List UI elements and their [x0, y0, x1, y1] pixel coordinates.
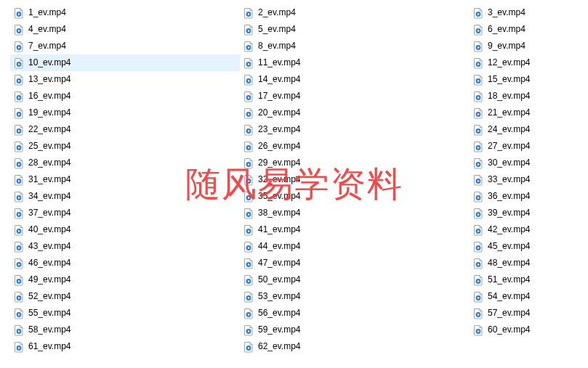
file-name-label: 60_ev.mp4	[488, 322, 530, 338]
file-name-label: 29_ev.mp4	[258, 155, 300, 171]
file-item[interactable]: 42_ev.mp4	[470, 221, 586, 238]
file-item[interactable]: 46_ev.mp4	[10, 255, 240, 271]
file-item[interactable]: 18_ev.mp4	[470, 88, 586, 105]
file-item[interactable]: 2_ev.mp4	[240, 4, 470, 21]
video-file-icon	[472, 258, 484, 269]
file-item[interactable]: 39_ev.mp4	[470, 205, 586, 221]
video-file-icon	[243, 141, 254, 152]
file-name-label: 34_ev.mp4	[28, 188, 71, 205]
file-item[interactable]: 25_ev.mp4	[10, 138, 240, 155]
file-item[interactable]: 32_ev.mp4	[240, 171, 470, 188]
video-file-icon	[472, 158, 484, 169]
file-item[interactable]: 48_ev.mp4	[470, 255, 586, 271]
file-item[interactable]: 52_ev.mp4	[10, 288, 240, 305]
video-file-icon	[243, 91, 254, 102]
file-item[interactable]: 30_ev.mp4	[470, 155, 586, 171]
file-item[interactable]: 23_ev.mp4	[240, 121, 470, 138]
file-item[interactable]: 16_ev.mp4	[10, 88, 240, 105]
file-name-label: 37_ev.mp4	[28, 205, 71, 221]
file-item[interactable]: 54_ev.mp4	[470, 288, 586, 305]
file-item[interactable]: 55_ev.mp4	[10, 305, 240, 322]
file-item[interactable]: 60_ev.mp4	[470, 322, 586, 338]
file-item[interactable]: 20_ev.mp4	[240, 105, 470, 121]
file-item[interactable]: 27_ev.mp4	[470, 138, 586, 155]
file-item[interactable]: 38_ev.mp4	[240, 205, 470, 221]
file-item[interactable]: 3_ev.mp4	[470, 4, 586, 21]
file-item[interactable]: 40_ev.mp4	[10, 221, 240, 238]
video-file-icon	[243, 241, 254, 253]
video-file-icon	[472, 324, 484, 336]
file-item[interactable]: 56_ev.mp4	[240, 305, 470, 322]
file-name-label: 23_ev.mp4	[258, 121, 300, 138]
file-name-label: 52_ev.mp4	[28, 288, 71, 305]
video-file-icon	[472, 208, 484, 219]
file-item[interactable]: 37_ev.mp4	[10, 205, 240, 221]
file-item[interactable]: 61_ev.mp4	[10, 338, 240, 355]
file-item[interactable]: 45_ev.mp4	[470, 238, 586, 255]
file-item[interactable]: 44_ev.mp4	[240, 238, 470, 255]
file-item[interactable]: 62_ev.mp4	[240, 338, 470, 355]
video-file-icon	[13, 308, 25, 319]
file-item[interactable]: 22_ev.mp4	[10, 121, 240, 138]
file-name-label: 14_ev.mp4	[258, 71, 300, 88]
file-item[interactable]: 26_ev.mp4	[240, 138, 470, 155]
file-item[interactable]: 34_ev.mp4	[10, 188, 240, 205]
video-file-icon	[243, 107, 254, 119]
file-item[interactable]: 8_ev.mp4	[240, 38, 470, 54]
file-item[interactable]: 43_ev.mp4	[10, 238, 240, 255]
file-item[interactable]: 59_ev.mp4	[240, 322, 470, 338]
file-item[interactable]: 19_ev.mp4	[10, 105, 240, 121]
video-file-icon	[13, 7, 25, 19]
file-name-label: 59_ev.mp4	[258, 322, 300, 338]
file-item[interactable]: 31_ev.mp4	[10, 171, 240, 188]
file-list-pane[interactable]: 1_ev.mp44_ev.mp47_ev.mp410_ev.mp413_ev.m…	[0, 0, 588, 368]
file-item[interactable]: 1_ev.mp4	[10, 4, 240, 21]
file-name-label: 31_ev.mp4	[28, 171, 71, 188]
file-item[interactable]: 41_ev.mp4	[240, 221, 470, 238]
file-item[interactable]: 53_ev.mp4	[240, 288, 470, 305]
video-file-icon	[13, 208, 25, 219]
file-item[interactable]: 4_ev.mp4	[10, 21, 240, 38]
file-item[interactable]: 15_ev.mp4	[470, 71, 586, 88]
file-name-label: 38_ev.mp4	[258, 205, 300, 221]
file-item[interactable]: 24_ev.mp4	[470, 121, 586, 138]
file-name-label: 26_ev.mp4	[258, 138, 300, 155]
file-item[interactable]: 21_ev.mp4	[470, 105, 586, 121]
file-item[interactable]: 10_ev.mp4	[10, 54, 240, 71]
file-item[interactable]: 12_ev.mp4	[470, 54, 586, 71]
file-item[interactable]: 11_ev.mp4	[240, 54, 470, 71]
file-item[interactable]: 9_ev.mp4	[470, 38, 586, 54]
file-name-label: 13_ev.mp4	[28, 71, 71, 88]
file-item[interactable]: 47_ev.mp4	[240, 255, 470, 271]
file-name-label: 2_ev.mp4	[258, 4, 296, 21]
file-item[interactable]: 49_ev.mp4	[10, 271, 240, 288]
file-name-label: 10_ev.mp4	[28, 54, 71, 71]
file-item[interactable]: 57_ev.mp4	[470, 305, 586, 322]
video-file-icon	[13, 124, 25, 136]
file-item[interactable]: 29_ev.mp4	[240, 155, 470, 171]
file-item[interactable]: 14_ev.mp4	[240, 71, 470, 88]
file-item[interactable]: 28_ev.mp4	[10, 155, 240, 171]
video-file-icon	[472, 291, 484, 303]
file-item[interactable]: 6_ev.mp4	[470, 21, 586, 38]
video-file-icon	[243, 208, 254, 219]
video-file-icon	[13, 224, 25, 236]
file-item[interactable]: 33_ev.mp4	[470, 171, 586, 188]
file-item[interactable]: 50_ev.mp4	[240, 271, 470, 288]
file-item[interactable]: 58_ev.mp4	[10, 322, 240, 338]
video-file-icon	[13, 274, 25, 286]
file-item[interactable]: 7_ev.mp4	[10, 38, 240, 54]
file-item[interactable]: 35_ev.mp4	[240, 188, 470, 205]
file-item[interactable]: 17_ev.mp4	[240, 88, 470, 105]
file-item[interactable]: 51_ev.mp4	[470, 271, 586, 288]
video-file-icon	[472, 124, 484, 136]
file-item[interactable]: 5_ev.mp4	[240, 21, 470, 38]
file-item[interactable]: 13_ev.mp4	[10, 71, 240, 88]
video-file-icon	[13, 158, 25, 169]
file-name-label: 6_ev.mp4	[488, 21, 525, 38]
file-name-label: 55_ev.mp4	[28, 305, 71, 322]
file-name-label: 9_ev.mp4	[488, 38, 525, 54]
file-name-label: 3_ev.mp4	[488, 4, 525, 21]
file-item[interactable]: 36_ev.mp4	[470, 188, 586, 205]
file-name-label: 57_ev.mp4	[488, 305, 530, 322]
